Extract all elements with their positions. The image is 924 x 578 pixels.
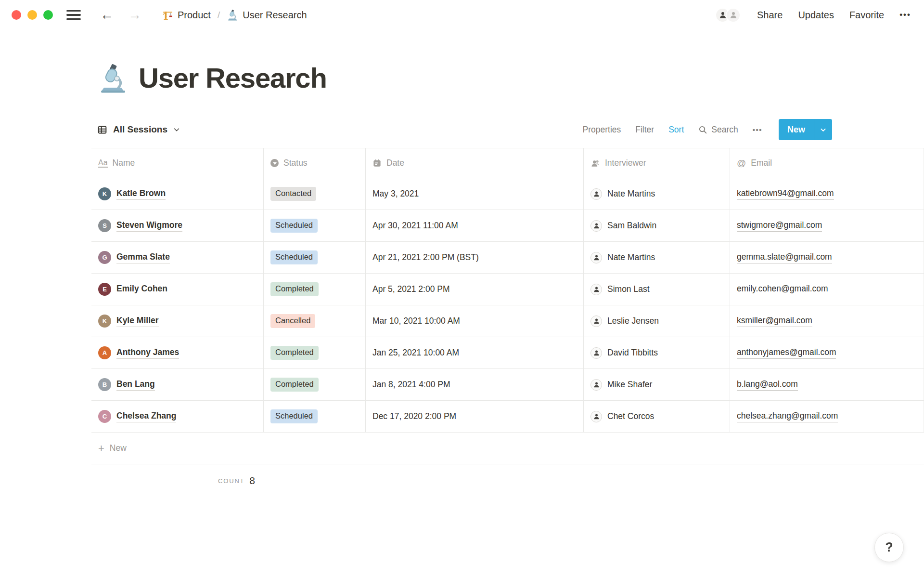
sidebar-toggle-icon[interactable]	[66, 10, 81, 20]
name-cell[interactable]: C Chelsea Zhang	[91, 401, 264, 432]
interviewer-name: Nate Martins	[607, 189, 655, 199]
column-label: Date	[386, 158, 404, 168]
date-cell[interactable]: Apr 21, 2021 2:00 PM (BST)	[366, 242, 584, 273]
date-cell[interactable]: Mar 10, 2021 10:00 AM	[366, 305, 584, 337]
chevron-down-icon	[820, 127, 826, 133]
interviewer-cell[interactable]: Nate Martins	[584, 178, 730, 210]
page-link[interactable]: Anthony James	[116, 347, 179, 359]
date-cell[interactable]: Jan 25, 2021 10:00 AM	[366, 337, 584, 368]
presence-avatars[interactable]	[715, 8, 741, 23]
email-link[interactable]: anthonyjames@gmail.com	[737, 347, 836, 359]
column-header-date[interactable]: Date	[366, 148, 584, 178]
interviewer-name: Mike Shafer	[607, 380, 652, 390]
status-cell[interactable]: Scheduled	[264, 242, 366, 273]
sort-button[interactable]: Sort	[668, 125, 684, 135]
email-link[interactable]: gemma.slate@gmail.com	[737, 252, 832, 263]
name-cell[interactable]: K Katie Brown	[91, 178, 264, 210]
name-cell[interactable]: S Steven Wigmore	[91, 210, 264, 241]
column-header-name[interactable]: Aa Name	[91, 148, 264, 178]
page-link[interactable]: Gemma Slate	[116, 252, 170, 263]
new-button-dropdown[interactable]	[814, 119, 832, 140]
email-link[interactable]: chelsea.zhang@gmail.com	[737, 411, 838, 422]
add-row-button[interactable]: + New	[91, 433, 924, 464]
share-button[interactable]: Share	[757, 10, 783, 21]
page-link[interactable]: Katie Brown	[116, 188, 166, 200]
column-header-interviewer[interactable]: Interviewer	[584, 148, 730, 178]
email-cell[interactable]: anthonyjames@gmail.com	[730, 337, 924, 368]
status-cell[interactable]: Cancelled	[264, 305, 366, 337]
page-link[interactable]: Kyle Miller	[116, 315, 159, 327]
interviewer-cell[interactable]: Sam Baldwin	[584, 210, 730, 241]
email-cell[interactable]: b.lang@aol.com	[730, 369, 924, 400]
breadcrumb-item-user-research[interactable]: User Research	[227, 9, 307, 21]
interviewer-cell[interactable]: Chet Corcos	[584, 401, 730, 432]
email-cell[interactable]: emily.cohen@gmail.com	[730, 274, 924, 305]
email-link[interactable]: emily.cohen@gmail.com	[737, 284, 828, 295]
interviewer-cell[interactable]: David Tibbitts	[584, 337, 730, 368]
properties-button[interactable]: Properties	[583, 125, 621, 135]
page-link[interactable]: Steven Wigmore	[116, 220, 182, 232]
email-link[interactable]: b.lang@aol.com	[737, 379, 798, 391]
email-link[interactable]: stwigmore@gmail.com	[737, 220, 822, 232]
email-cell[interactable]: stwigmore@gmail.com	[730, 210, 924, 241]
search-button[interactable]: Search	[698, 125, 738, 135]
name-cell[interactable]: E Emily Cohen	[91, 274, 264, 305]
email-link[interactable]: ksmiller@gmail.com	[737, 315, 812, 327]
date-cell[interactable]: Jan 8, 2021 4:00 PM	[366, 369, 584, 400]
email-link[interactable]: katiebrown94@gmail.com	[737, 188, 834, 200]
status-cell[interactable]: Scheduled	[264, 401, 366, 432]
date-cell[interactable]: Dec 17, 2020 2:00 PM	[366, 401, 584, 432]
page-link[interactable]: Ben Lang	[116, 379, 155, 391]
page-title[interactable]: User Research	[139, 62, 327, 94]
breadcrumb-separator: /	[217, 10, 221, 20]
filter-button[interactable]: Filter	[635, 125, 654, 135]
new-button[interactable]: New	[779, 119, 814, 140]
zoom-window-button[interactable]	[43, 10, 53, 20]
close-window-button[interactable]	[12, 10, 21, 20]
page-link[interactable]: Chelsea Zhang	[116, 411, 176, 422]
status-cell[interactable]: Completed	[264, 274, 366, 305]
column-header-status[interactable]: Status	[264, 148, 366, 178]
status-cell[interactable]: Scheduled	[264, 210, 366, 241]
person-icon	[593, 286, 600, 293]
view-switcher[interactable]: All Sessions	[97, 124, 180, 135]
name-cell[interactable]: K Kyle Miller	[91, 305, 264, 337]
breadcrumb-item-product[interactable]: Product	[162, 9, 211, 21]
date-cell[interactable]: May 3, 2021	[366, 178, 584, 210]
status-cell[interactable]: Completed	[264, 369, 366, 400]
email-cell[interactable]: katiebrown94@gmail.com	[730, 178, 924, 210]
interviewer-cell[interactable]: Leslie Jensen	[584, 305, 730, 337]
back-button[interactable]: ←	[97, 8, 116, 22]
column-label: Interviewer	[605, 158, 646, 168]
favorite-button[interactable]: Favorite	[849, 10, 884, 21]
email-property-icon: @	[737, 158, 746, 169]
minimize-window-button[interactable]	[27, 10, 37, 20]
view-more-options-icon[interactable]: •••	[753, 126, 762, 134]
column-header-email[interactable]: @ Email	[730, 148, 924, 178]
table-header-row: Aa Name Status Date Interviewe	[91, 148, 924, 178]
column-calculation[interactable]: COUNT 8	[91, 464, 264, 497]
interviewer-cell[interactable]: Simon Last	[584, 274, 730, 305]
help-button[interactable]: ?	[874, 533, 904, 562]
microscope-icon[interactable]	[97, 63, 128, 93]
status-cell[interactable]: Completed	[264, 337, 366, 368]
date-cell[interactable]: Apr 5, 2021 2:00 PM	[366, 274, 584, 305]
email-cell[interactable]: chelsea.zhang@gmail.com	[730, 401, 924, 432]
page-link[interactable]: Emily Cohen	[116, 284, 167, 295]
name-cell[interactable]: A Anthony James	[91, 337, 264, 368]
avatar	[590, 188, 602, 200]
updates-button[interactable]: Updates	[798, 10, 834, 21]
status-badge: Cancelled	[270, 314, 315, 328]
name-cell[interactable]: B Ben Lang	[91, 369, 264, 400]
email-cell[interactable]: ksmiller@gmail.com	[730, 305, 924, 337]
status-cell[interactable]: Contacted	[264, 178, 366, 210]
name-cell[interactable]: G Gemma Slate	[91, 242, 264, 273]
interviewer-cell[interactable]: Nate Martins	[584, 242, 730, 273]
person-icon	[590, 158, 600, 168]
email-cell[interactable]: gemma.slate@gmail.com	[730, 242, 924, 273]
table-grid-icon	[97, 125, 107, 135]
date-cell[interactable]: Apr 30, 2021 11:00 AM	[366, 210, 584, 241]
more-options-icon[interactable]: •••	[899, 10, 911, 20]
forward-button[interactable]: →	[125, 8, 144, 22]
interviewer-cell[interactable]: Mike Shafer	[584, 369, 730, 400]
